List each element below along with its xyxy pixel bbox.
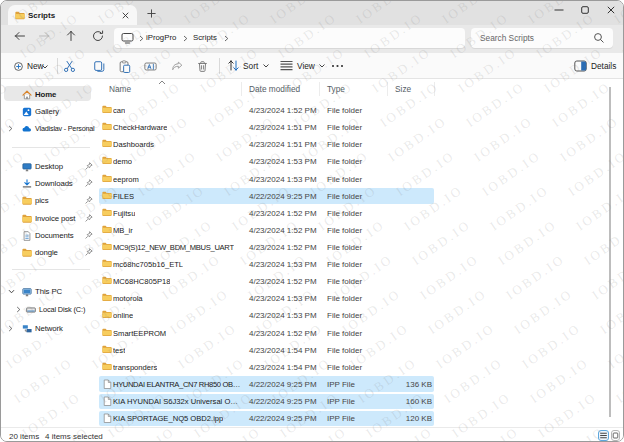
svg-text:IOBD.IO: IOBD.IO [613,354,624,405]
